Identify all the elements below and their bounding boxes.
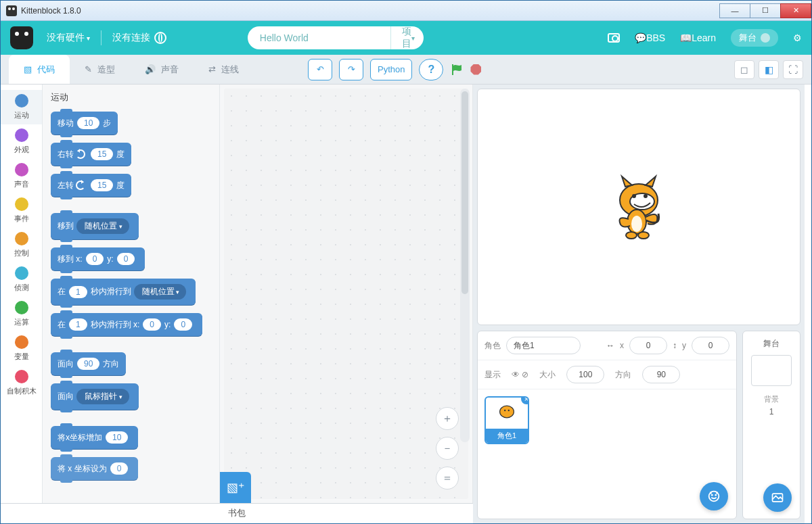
sprite-size-input[interactable] xyxy=(566,366,604,383)
sprite-name-input[interactable] xyxy=(506,337,581,354)
svg-point-2 xyxy=(632,194,636,198)
block-point-direction[interactable]: 面向90方向 xyxy=(51,352,126,375)
project-menu[interactable]: 项目 xyxy=(390,26,426,49)
block-goto-random[interactable]: 移到随机位置 xyxy=(51,213,139,239)
view-small-button[interactable]: ◻ xyxy=(734,60,754,79)
hardware-menu[interactable]: 没有硬件 xyxy=(47,32,90,44)
app-icon xyxy=(6,5,17,16)
green-flag-icon[interactable] xyxy=(450,63,464,76)
workspace-scrollbar[interactable] xyxy=(460,89,470,442)
block-turn-right[interactable]: 右转15度 xyxy=(51,143,131,166)
y-icon: ↕ xyxy=(673,341,677,350)
label-sprite: 角色 xyxy=(484,340,501,352)
block-glide-xy[interactable]: 在1秒内滑行到 x:0y:0 xyxy=(51,313,202,336)
svg-point-9 xyxy=(504,410,505,411)
show-sprite-button[interactable]: 👁 xyxy=(512,370,520,379)
hide-sprite-button[interactable]: ⊘ xyxy=(522,370,528,379)
sprite-thumb[interactable]: × 角色1 xyxy=(484,396,529,444)
stage[interactable] xyxy=(477,89,800,325)
sprite-x-input[interactable] xyxy=(629,337,667,354)
category-运算[interactable]: 运算 xyxy=(1,297,42,331)
sprite-y-input[interactable] xyxy=(692,337,729,354)
category-侦测[interactable]: 侦测 xyxy=(1,262,42,297)
block-goto-xy[interactable]: 移到 x:0y:0 xyxy=(51,247,145,270)
maximize-button[interactable]: ☐ xyxy=(750,3,781,18)
tab-costumes[interactable]: ✎造型 xyxy=(70,55,130,84)
sprite-panel: 角色 ↔ x ↕ y 显示 👁 ⊘ xyxy=(477,331,737,519)
titlebar: Kittenblock 1.8.0 — ☐ ✕ xyxy=(1,1,811,21)
rotate-ccw-icon xyxy=(76,181,85,190)
svg-point-3 xyxy=(644,194,648,198)
block-palette[interactable]: 运动 移动10步 右转15度 左转15度 移到随机位置 xyxy=(43,85,220,503)
category-控制[interactable]: 控制 xyxy=(1,228,42,262)
project-name-input[interactable] xyxy=(248,32,390,43)
category-外观[interactable]: 外观 xyxy=(1,124,42,159)
category-运动[interactable]: 运动 xyxy=(1,90,42,124)
add-extension-button[interactable]: ▧⁺ xyxy=(220,472,251,503)
stage-panel: 舞台 背景 1 xyxy=(742,331,800,519)
zoom-in-button[interactable]: ＋ xyxy=(436,407,459,430)
stage-thumb[interactable] xyxy=(751,355,792,386)
tab-sounds[interactable]: 🔊声音 xyxy=(130,55,194,84)
zoom-out-button[interactable]: － xyxy=(436,437,459,460)
view-large-button[interactable]: ◧ xyxy=(759,60,779,79)
svg-point-6 xyxy=(626,232,637,239)
sprite-list: × 角色1 xyxy=(478,389,736,519)
rotate-cw-icon xyxy=(76,149,85,159)
svg-point-5 xyxy=(631,216,642,232)
svg-point-10 xyxy=(508,410,510,411)
svg-point-13 xyxy=(715,494,717,496)
sprite-dir-input[interactable] xyxy=(642,366,680,383)
backpack[interactable]: 书包 xyxy=(1,503,473,522)
globe-icon[interactable] xyxy=(154,32,166,44)
stage-toggle[interactable]: 舞台 xyxy=(731,29,778,47)
block-glide-random[interactable]: 在1秒内滑行到随机位置 xyxy=(51,279,196,305)
stage-panel-title: 舞台 xyxy=(763,338,780,350)
settings-icon[interactable]: ⚙ xyxy=(793,32,802,43)
workspace[interactable]: ＋ － ＝ ▧⁺ xyxy=(220,85,473,503)
connection-menu[interactable]: 没有连接 xyxy=(112,32,150,44)
palette-heading: 运动 xyxy=(51,91,211,103)
undo-button[interactable]: ↶ xyxy=(308,59,332,80)
block-turn-left[interactable]: 左转15度 xyxy=(51,174,131,197)
svg-point-8 xyxy=(500,406,514,418)
project-box: 项目 xyxy=(248,26,424,49)
menubar: 没有硬件 没有连接 项目 💬BBS 📖Learn 舞台 ⚙ xyxy=(1,21,811,55)
category-声音[interactable]: 声音 xyxy=(1,159,42,193)
minimize-button[interactable]: — xyxy=(719,3,750,18)
zoom-reset-button[interactable]: ＝ xyxy=(436,467,459,490)
block-move-steps[interactable]: 移动10步 xyxy=(51,112,118,135)
category-column: 运动外观声音事件控制侦测运算变量自制积木 xyxy=(1,85,43,503)
bbs-link[interactable]: 💬BBS xyxy=(635,32,665,43)
python-button[interactable]: Python xyxy=(370,59,412,80)
svg-point-12 xyxy=(711,494,713,496)
block-set-x-partial[interactable]: 将 x 坐标设为0 xyxy=(51,457,138,480)
learn-link[interactable]: 📖Learn xyxy=(680,32,716,43)
toolbar: ▧代码 ✎造型 🔊声音 ⇄连线 ↶ ↷ Python ? ◻ ◧ ⛶ xyxy=(1,55,811,85)
stop-icon[interactable] xyxy=(470,64,481,75)
block-point-towards[interactable]: 面向鼠标指针 xyxy=(51,383,139,410)
sprite-cat-icon xyxy=(608,173,669,241)
close-button[interactable]: ✕ xyxy=(780,3,811,18)
block-change-x[interactable]: 将x坐标增加10 xyxy=(51,426,138,449)
logo-icon[interactable] xyxy=(10,26,33,49)
fullscreen-button[interactable]: ⛶ xyxy=(783,60,803,79)
svg-point-7 xyxy=(638,232,649,239)
xy-icon: ↔ xyxy=(606,341,614,350)
tab-wiring[interactable]: ⇄连线 xyxy=(194,55,254,84)
category-自制积木[interactable]: 自制积木 xyxy=(1,366,42,400)
add-sprite-button[interactable] xyxy=(700,482,728,510)
category-变量[interactable]: 变量 xyxy=(1,331,42,366)
redo-button[interactable]: ↷ xyxy=(339,59,363,80)
window-title: Kittenblock 1.8.0 xyxy=(21,6,81,16)
add-backdrop-button[interactable] xyxy=(763,483,792,512)
category-事件[interactable]: 事件 xyxy=(1,193,42,228)
help-button[interactable]: ? xyxy=(419,59,443,80)
tab-code[interactable]: ▧代码 xyxy=(9,55,70,84)
camera-icon[interactable] xyxy=(608,33,620,43)
